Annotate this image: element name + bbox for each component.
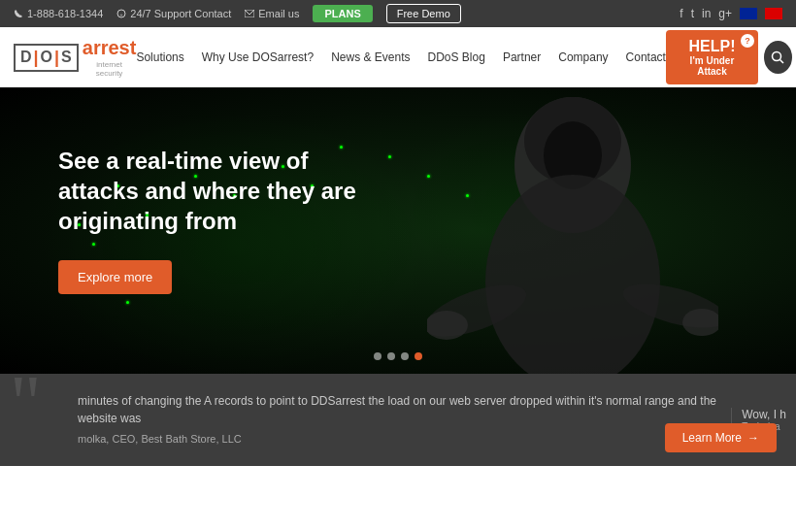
twitter-icon[interactable]: t — [691, 7, 694, 20]
testimonial-right-main: Wow, I h — [742, 408, 786, 421]
logo-sep-2: | — [54, 48, 59, 68]
logo-subtitle: internet security — [83, 60, 137, 78]
logo-text-area: arrest internet security — [83, 37, 137, 78]
help-question-icon: ? — [741, 34, 754, 48]
carousel-dot-4[interactable] — [415, 352, 422, 360]
hero-content: See a real-time view of attacks and wher… — [58, 146, 388, 294]
testimonial-author: molka, CEO, Best Bath Store, LLC — [78, 431, 731, 448]
testimonial-quote: minutes of changing the A records to poi… — [78, 392, 731, 427]
phone-info: 1-888-618-1344 — [14, 8, 103, 19]
svg-point-3 — [773, 52, 781, 61]
logo-sep-1: | — [34, 48, 39, 68]
search-button[interactable] — [764, 41, 792, 74]
logo[interactable]: D | O | S arrest internet security — [14, 37, 136, 78]
svg-text:+: + — [120, 12, 124, 17]
flag-other[interactable]: 🇨🇦 — [765, 8, 782, 19]
explore-more-button[interactable]: Explore more — [58, 260, 172, 294]
top-bar-left: 1-888-618-1344 + 24/7 Support Contact Em… — [14, 4, 461, 23]
logo-box: D | O | S — [14, 44, 79, 72]
quote-icon: " — [10, 374, 42, 442]
top-bar-right: f t in g+ 🇫🇷 🇨🇦 — [680, 7, 782, 20]
hero-headline: See a real-time view of attacks and wher… — [58, 146, 388, 237]
email-icon — [245, 10, 254, 17]
carousel-dot-1[interactable] — [374, 352, 381, 360]
learn-more-section: Learn More → — [665, 423, 777, 452]
logo-arrest: arrest — [83, 37, 137, 58]
help-main-label: HELP! — [688, 38, 735, 55]
nav-links: Solutions Why Use DOSarrest? News & Even… — [136, 50, 666, 64]
logo-s: S — [61, 49, 72, 66]
nav-ddos-blog[interactable]: DDoS Blog — [428, 50, 485, 64]
carousel-dot-3[interactable] — [401, 352, 409, 360]
support-info: + 24/7 Support Contact — [116, 8, 231, 19]
nav-company[interactable]: Company — [558, 50, 608, 64]
nav-bar: D | O | S arrest internet security Solut… — [0, 27, 796, 87]
carousel-dot-2[interactable] — [387, 352, 395, 360]
nav-why-dosarrest[interactable]: Why Use DOSarrest? — [202, 50, 314, 64]
free-demo-button[interactable]: Free Demo — [386, 4, 461, 23]
arrow-icon: → — [747, 431, 759, 445]
search-icon — [771, 50, 784, 64]
svg-point-8 — [485, 175, 660, 374]
nav-solutions[interactable]: Solutions — [136, 50, 183, 64]
googleplus-icon[interactable]: g+ — [718, 7, 732, 20]
nav-news-events[interactable]: News & Events — [331, 50, 410, 64]
top-bar: 1-888-618-1344 + 24/7 Support Contact Em… — [0, 0, 796, 27]
svg-line-4 — [780, 60, 784, 64]
testimonial-section: " minutes of changing the A records to p… — [0, 374, 796, 466]
flag-france[interactable]: 🇫🇷 — [740, 8, 757, 19]
testimonial-text: minutes of changing the A records to poi… — [19, 392, 731, 448]
hacker-figure — [427, 87, 718, 374]
nav-partner[interactable]: Partner — [503, 50, 541, 64]
logo-d: D — [20, 49, 32, 66]
help-sub-label: I'm Under Attack — [680, 55, 745, 77]
svg-point-11 — [427, 311, 468, 340]
learn-more-button[interactable]: Learn More → — [665, 423, 777, 452]
logo-o: O — [41, 49, 52, 66]
nav-contact[interactable]: Contact — [626, 50, 666, 64]
plans-button[interactable]: PLANS — [313, 5, 372, 22]
phone-icon — [14, 9, 23, 18]
support-icon: + — [116, 9, 126, 18]
map-dot — [388, 155, 391, 158]
email-info: Email us — [245, 8, 299, 19]
linkedin-icon[interactable]: in — [702, 7, 711, 20]
map-dot — [126, 301, 129, 304]
help-button[interactable]: ? HELP! I'm Under Attack — [666, 30, 758, 84]
carousel-dots — [374, 352, 422, 360]
facebook-icon[interactable]: f — [680, 7, 682, 20]
hero-section: See a real-time view of attacks and wher… — [0, 87, 796, 374]
learn-more-label: Learn More — [682, 431, 742, 445]
